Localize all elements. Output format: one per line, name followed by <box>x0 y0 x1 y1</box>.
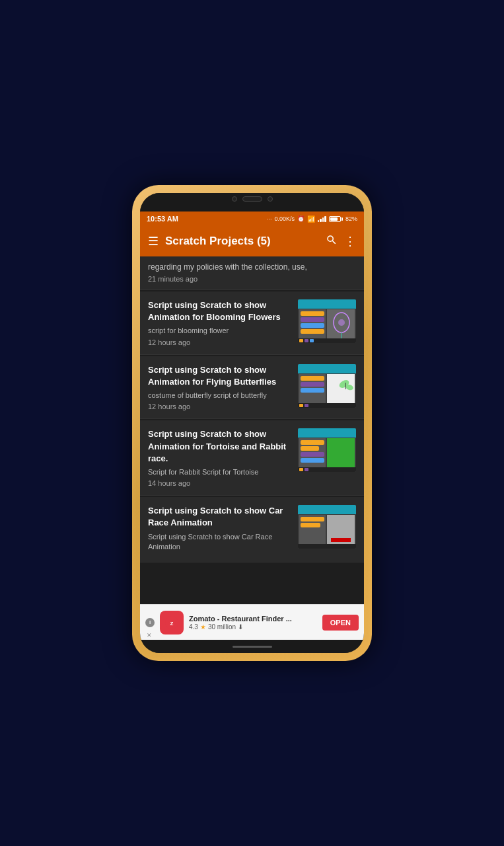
ad-close-button[interactable]: ✕ <box>147 632 152 638</box>
item-desc: costume of butterfly script of butterfly <box>148 391 291 401</box>
status-dots: ··· <box>267 215 272 222</box>
item-thumbnail <box>298 364 356 408</box>
item-desc: script for blooming flower <box>148 326 291 336</box>
svg-rect-48 <box>331 538 351 542</box>
battery-body <box>329 216 341 222</box>
svg-rect-39 <box>305 468 308 471</box>
camera-dot-right <box>268 196 273 202</box>
svg-rect-1 <box>298 299 356 309</box>
content-area: regarding my policies with the collectio… <box>140 256 364 604</box>
battery-icon <box>329 216 343 222</box>
list-item-content: Script using Scratch to show Animation f… <box>148 364 291 411</box>
signal-bars <box>318 216 326 222</box>
partial-list-item[interactable]: regarding my policies with the collectio… <box>140 256 364 290</box>
item-time: 12 hours ago <box>148 403 291 410</box>
ad-rating: 4.3 <box>189 623 198 631</box>
phone-bottom <box>140 640 364 653</box>
alarm-icon: ⏰ <box>297 215 305 222</box>
status-speed: 0.00K/s <box>274 215 295 222</box>
status-time: 10:53 AM <box>147 215 178 223</box>
list-item[interactable]: Script using Scratch to show Animation f… <box>140 420 364 496</box>
ad-downloads: 30 million <box>208 623 236 631</box>
phone-top-bar <box>140 193 364 212</box>
item-desc: Script for Rabbit Script for Tortoise <box>148 467 291 477</box>
svg-rect-36 <box>327 438 355 467</box>
signal-bar-2 <box>320 219 322 222</box>
item-time: 14 hours ago <box>148 479 291 487</box>
item-title: Script using Scratch to show Animation f… <box>148 364 291 388</box>
svg-rect-21 <box>301 388 324 393</box>
ad-text-area: Zomato - Restaurant Finder ... 4.3 ★ 30 … <box>189 615 317 631</box>
item-title: Script using Scratch to show Car Race An… <box>148 505 291 529</box>
list-item[interactable]: Script using Scratch to show Animation f… <box>140 356 364 420</box>
svg-rect-27 <box>305 404 308 407</box>
download-icon: ⬇ <box>238 623 243 631</box>
star-icon: ★ <box>200 623 206 631</box>
wifi-icon: 📶 <box>307 215 315 223</box>
ad-meta: 4.3 ★ 30 million ⬇ <box>189 623 317 631</box>
svg-rect-7 <box>301 329 324 334</box>
ad-open-button[interactable]: OPEN <box>322 615 359 631</box>
ad-title: Zomato - Restaurant Finder ... <box>189 615 317 623</box>
svg-rect-12 <box>299 339 303 342</box>
svg-rect-14 <box>310 339 314 342</box>
ad-app-icon: Z <box>160 611 184 634</box>
signal-bar-3 <box>322 217 324 222</box>
list-item-content: Script using Scratch to show Animation f… <box>148 299 291 346</box>
speaker-pill <box>242 196 262 202</box>
home-indicator <box>233 646 272 648</box>
svg-rect-45 <box>301 517 324 521</box>
hamburger-menu-button[interactable]: ☰ <box>148 234 159 249</box>
svg-rect-34 <box>301 452 324 457</box>
svg-rect-4 <box>301 311 324 316</box>
ad-info-icon: i <box>145 618 155 627</box>
item-thumbnail <box>298 299 356 343</box>
item-title: Script using Scratch to show Animation f… <box>148 299 291 323</box>
svg-rect-6 <box>301 323 324 328</box>
list-item[interactable]: Script using Scratch to show Car Race An… <box>140 497 364 562</box>
phone-device: 10:53 AM ··· 0.00K/s ⏰ 📶 8 <box>132 185 372 661</box>
item-title: Script using Scratch to show Animation f… <box>148 428 291 465</box>
svg-rect-16 <box>298 364 356 373</box>
app-bar: ☰ Scratch Projects (5) ⋮ <box>140 226 364 256</box>
battery-tip <box>342 217 343 221</box>
svg-rect-46 <box>301 523 320 527</box>
svg-rect-29 <box>298 428 356 438</box>
svg-rect-40 <box>327 467 355 472</box>
svg-rect-19 <box>301 376 324 381</box>
battery-fill <box>330 217 338 221</box>
status-bar: 10:53 AM ··· 0.00K/s ⏰ 📶 8 <box>140 212 364 226</box>
svg-rect-35 <box>301 458 324 463</box>
item-time: 12 hours ago <box>148 338 291 346</box>
item-desc: Script using Scratch to show Car Race An… <box>148 532 291 553</box>
svg-rect-5 <box>301 317 324 322</box>
list-item-content: Script using Scratch to show Animation f… <box>148 428 291 487</box>
more-options-button[interactable]: ⋮ <box>344 234 356 249</box>
signal-bar-4 <box>324 216 326 222</box>
svg-rect-20 <box>301 382 324 387</box>
camera-dot-left <box>232 196 237 202</box>
svg-rect-26 <box>299 404 303 407</box>
app-title: Scratch Projects (5) <box>165 235 319 248</box>
partial-item-time: 21 minutes ago <box>148 275 356 283</box>
svg-rect-13 <box>305 339 308 342</box>
camera-notch <box>232 196 273 202</box>
svg-rect-50 <box>327 544 355 549</box>
list-item[interactable]: Script using Scratch to show Animation f… <box>140 291 364 355</box>
list-item-content: Script using Scratch to show Car Race An… <box>148 505 291 554</box>
status-right: ··· 0.00K/s ⏰ 📶 82% <box>267 215 357 223</box>
item-thumbnail <box>298 428 356 472</box>
item-thumbnail <box>298 505 356 549</box>
signal-bar-1 <box>318 220 320 222</box>
svg-rect-18 <box>327 374 355 406</box>
svg-rect-33 <box>301 446 319 451</box>
svg-text:Z: Z <box>170 621 174 627</box>
battery-percent: 82% <box>345 215 357 222</box>
svg-point-9 <box>338 319 345 326</box>
svg-rect-38 <box>299 468 303 471</box>
svg-rect-42 <box>298 505 356 514</box>
svg-rect-32 <box>301 440 324 445</box>
search-button[interactable] <box>326 234 338 249</box>
phone-screen: 10:53 AM ··· 0.00K/s ⏰ 📶 8 <box>140 193 364 653</box>
ad-banner[interactable]: i Z Zomato - Restaurant Finder ... 4.3 ★… <box>140 604 364 640</box>
